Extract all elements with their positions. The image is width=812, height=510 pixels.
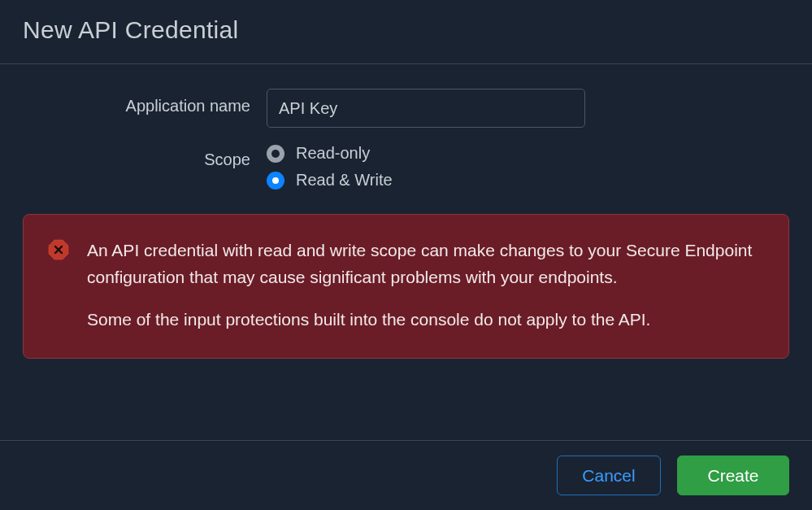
application-name-row: Application name	[23, 89, 789, 128]
scope-read-only-option[interactable]: Read-only	[267, 144, 393, 163]
scope-radio-group: Read-only Read & Write	[267, 142, 393, 190]
dialog-footer: Cancel Create	[0, 440, 812, 510]
alert-text: An API credential with read and write sc…	[87, 238, 762, 333]
scope-read-only-label: Read-only	[296, 144, 370, 163]
error-icon	[48, 238, 69, 264]
application-name-input[interactable]	[267, 89, 585, 128]
warning-alert: An API credential with read and write sc…	[23, 214, 789, 359]
scope-read-write-option[interactable]: Read & Write	[267, 171, 393, 190]
application-name-control	[267, 89, 585, 128]
page-title: New API Credential	[23, 16, 789, 44]
create-button[interactable]: Create	[677, 456, 789, 495]
radio-unchecked-icon	[267, 145, 284, 163]
scope-read-write-label: Read & Write	[296, 171, 393, 190]
alert-paragraph-2: Some of the input protections built into…	[87, 307, 762, 333]
scope-row: Scope Read-only Read & Write	[23, 142, 789, 190]
scope-label: Scope	[23, 142, 267, 169]
dialog-content: Application name Scope Read-only Read & …	[0, 64, 812, 440]
radio-checked-icon	[267, 172, 284, 190]
dialog-header: New API Credential	[0, 0, 812, 64]
application-name-label: Application name	[23, 89, 267, 116]
cancel-button[interactable]: Cancel	[557, 456, 661, 495]
alert-paragraph-1: An API credential with read and write sc…	[87, 238, 762, 290]
